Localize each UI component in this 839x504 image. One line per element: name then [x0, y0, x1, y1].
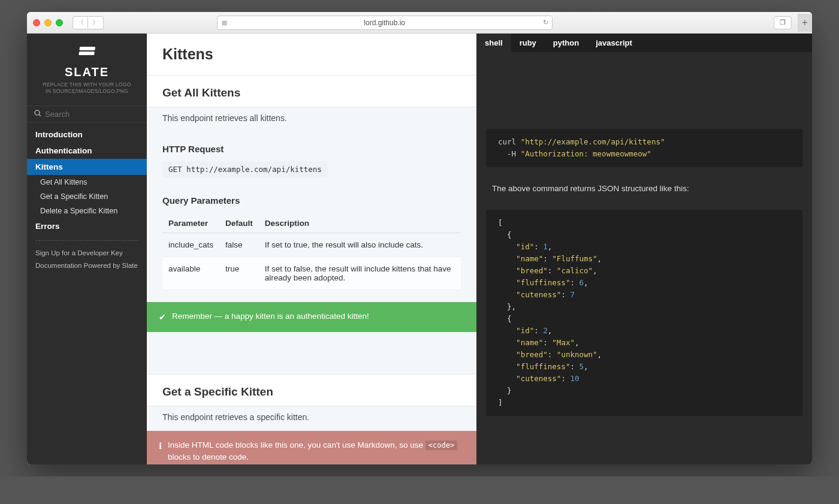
lang-tab-ruby[interactable]: ruby	[511, 34, 545, 52]
section-get-specific-kitten: Get a Specific Kitten	[147, 374, 476, 406]
code-column: shell ruby python javascript curl "http:…	[476, 34, 812, 464]
section-get-all-kittens: Get All Kittens	[147, 76, 476, 107]
query-params-table: Parameter Default Description include_ca…	[162, 214, 461, 290]
cell-desc: If set to true, the result will also inc…	[259, 233, 461, 257]
notice-text: Remember — a happy kitten is an authenti…	[172, 310, 369, 322]
cell-default: true	[219, 257, 259, 290]
fullscreen-window-button[interactable]	[56, 19, 63, 26]
toc-delete-specific-kitten[interactable]: Delete a Specific Kitten	[27, 204, 147, 218]
toc-footer: Sign Up for a Developer Key Documentatio…	[35, 240, 138, 271]
new-tab-button[interactable]: +	[798, 14, 812, 32]
http-request-heading: HTTP Request	[147, 132, 476, 159]
language-tabs: shell ruby python javascript	[476, 34, 812, 52]
logo-area: SLATE REPLACE THIS WITH YOUR LOGO IN SOU…	[27, 34, 147, 101]
spacer	[147, 332, 476, 374]
lang-tab-javascript[interactable]: javascript	[587, 34, 641, 52]
response-note: The above command returns JSON structure…	[476, 178, 812, 199]
logo-subtitle: REPLACE THIS WITH YOUR LOGO IN SOURCE/IM…	[32, 82, 142, 95]
svg-rect-0	[79, 52, 95, 55]
logo-icon	[32, 43, 142, 64]
http-request-line: GET http://example.com/api/kittens	[162, 161, 328, 177]
toc-introduction[interactable]: Introduction	[27, 126, 147, 143]
nav-buttons: 〈 〉	[73, 16, 104, 29]
show-tabs-button[interactable]: ❐	[774, 16, 792, 29]
reader-icon[interactable]: ≣	[221, 18, 228, 27]
url-bar[interactable]: ≣ lord.github.io ↻	[217, 16, 553, 30]
logo-text: SLATE	[32, 65, 142, 79]
info-icon: ℹ	[159, 440, 162, 452]
titlebar: 〈 〉 ≣ lord.github.io ↻ ❐ +	[27, 12, 812, 34]
footer-signup-link[interactable]: Sign Up for a Developer Key	[35, 247, 138, 259]
svg-point-2	[35, 110, 40, 115]
minimize-window-button[interactable]	[44, 19, 52, 26]
page-title: Kittens	[147, 34, 476, 76]
toc: Introduction Authentication Kittens Get …	[27, 126, 147, 234]
toc-authentication[interactable]: Authentication	[27, 143, 147, 159]
app-area: SLATE REPLACE THIS WITH YOUR LOGO IN SOU…	[27, 34, 812, 464]
cell-default: false	[219, 233, 259, 257]
toc-get-all-kittens[interactable]: Get All Kittens	[27, 175, 147, 189]
th-description: Description	[259, 214, 461, 233]
query-params-heading: Query Parameters	[147, 183, 476, 210]
browser-window: 〈 〉 ≣ lord.github.io ↻ ❐ +	[27, 12, 812, 464]
search-icon	[34, 110, 41, 119]
notice-warning: ℹ Inside HTML code blocks like this one,…	[147, 431, 476, 464]
th-parameter: Parameter	[162, 214, 219, 233]
cell-desc: If set to false, the result will include…	[259, 257, 461, 290]
notice-success: ✔ Remember — a happy kitten is an authen…	[147, 302, 476, 332]
close-window-button[interactable]	[33, 19, 40, 26]
svg-rect-1	[79, 47, 95, 50]
lang-tab-python[interactable]: python	[545, 34, 587, 52]
toc-get-specific-kitten[interactable]: Get a Specific Kitten	[27, 189, 147, 204]
check-icon: ✔	[159, 311, 166, 324]
search-row[interactable]	[27, 105, 147, 123]
curl-block-1: curl "http://example.com/api/kittens" -H…	[486, 129, 802, 167]
lang-tab-shell[interactable]: shell	[476, 34, 511, 52]
svg-line-3	[39, 114, 41, 116]
content-column: Kittens Get All Kittens This endpoint re…	[147, 34, 476, 464]
code-tag: <code>	[425, 440, 457, 450]
content-wrap: Kittens Get All Kittens This endpoint re…	[147, 34, 812, 464]
traffic-lights	[33, 19, 63, 26]
reload-icon[interactable]: ↻	[543, 19, 548, 26]
section-desc: This endpoint retrieves all kittens.	[147, 107, 476, 132]
th-default: Default	[219, 214, 259, 233]
toc-kittens[interactable]: Kittens	[27, 159, 147, 175]
forward-button[interactable]: 〉	[88, 16, 104, 29]
url-text: lord.github.io	[364, 19, 405, 27]
json-block-1: [ { "id": 1, "name": "Fluffums", "breed"…	[486, 210, 802, 416]
table-row: available true If set to false, the resu…	[162, 257, 461, 290]
footer-powered-link[interactable]: Documentation Powered by Slate	[35, 259, 138, 272]
back-button[interactable]: 〈	[73, 16, 88, 29]
sidebar: SLATE REPLACE THIS WITH YOUR LOGO IN SOU…	[27, 34, 147, 464]
search-input[interactable]	[45, 110, 140, 119]
section-desc: This endpoint retrieves a specific kitte…	[147, 406, 476, 431]
cell-param: available	[162, 257, 219, 290]
cell-param: include_cats	[162, 233, 219, 257]
notice-text: Inside HTML code blocks like this one, y…	[168, 439, 464, 464]
toc-errors[interactable]: Errors	[27, 218, 147, 234]
table-row: include_cats false If set to true, the r…	[162, 233, 461, 257]
